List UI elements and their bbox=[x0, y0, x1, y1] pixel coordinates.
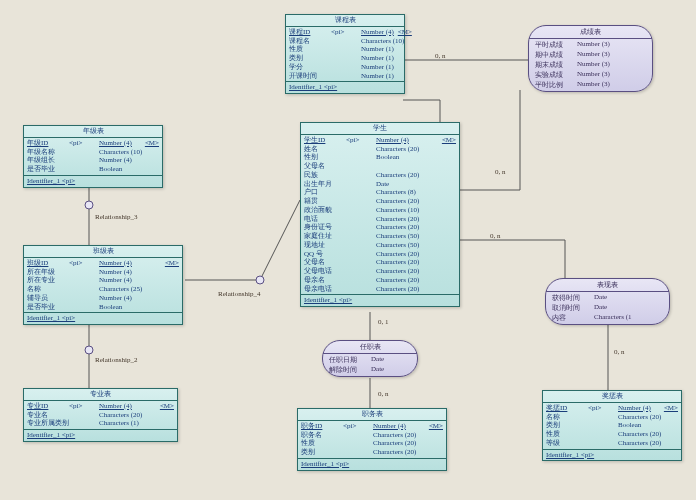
attribute-row: 平时成绩Number (3) bbox=[535, 40, 646, 50]
attribute-row: 母亲名Characters (20) bbox=[304, 276, 456, 285]
attribute-row: 性质Characters (20) bbox=[301, 439, 443, 448]
entity-duty: 职务表 职务ID<pi>Number (4)<M>职务名Characters (… bbox=[297, 408, 447, 471]
attribute-row: 类别Boolean bbox=[546, 421, 678, 430]
attribute-row: 类别Number (1) bbox=[289, 54, 401, 63]
relationship-3-label: Relationship_3 bbox=[95, 213, 137, 221]
entity-title: 专业表 bbox=[24, 389, 177, 401]
relationship-title: 表现表 bbox=[546, 279, 669, 292]
entity-title: 课程表 bbox=[286, 15, 404, 27]
svg-point-2 bbox=[85, 201, 93, 209]
attribute-row: 名称Characters (20) bbox=[546, 413, 678, 422]
attribute-row: 是否毕业Boolean bbox=[27, 165, 159, 174]
svg-point-5 bbox=[256, 276, 264, 284]
relationship-score: 成绩表 平时成绩Number (3)期中成绩Number (3)期末成绩Numb… bbox=[528, 25, 653, 92]
entity-course: 课程表 课程ID<pi>Number (4)<M>课程名Characters (… bbox=[285, 14, 405, 94]
entity-rows: 年级ID<pi>Number (4)<M>年级名称Characters (10)… bbox=[24, 138, 162, 175]
attribute-row: 取消时间Date bbox=[552, 303, 663, 313]
attribute-row: 出生年月Date bbox=[304, 180, 456, 189]
cardinality: 0, 1 bbox=[378, 318, 389, 326]
relationship-rows: 平时成绩Number (3)期中成绩Number (3)期末成绩Number (… bbox=[529, 39, 652, 91]
attribute-row: QQ 号Characters (20) bbox=[304, 250, 456, 259]
attribute-row: 父母电话Characters (20) bbox=[304, 267, 456, 276]
attribute-row: 课程名Characters (10) bbox=[289, 37, 401, 46]
attribute-row: 类别Characters (20) bbox=[301, 448, 443, 457]
attribute-row: 奖惩ID<pi>Number (4)<M> bbox=[546, 404, 678, 413]
attribute-row: 性质Number (1) bbox=[289, 45, 401, 54]
relationship-rows: 获得时间Date取消时间Date内容Characters (1 bbox=[546, 292, 669, 324]
entity-major: 专业表 专业ID<pi>Number (4)<M>专业名Characters (… bbox=[23, 388, 178, 442]
attribute-row: 等级Characters (20) bbox=[546, 439, 678, 448]
attribute-row: 性别Boolean bbox=[304, 153, 456, 162]
attribute-row: 父母名 bbox=[304, 162, 456, 171]
entity-title: 学生 bbox=[301, 123, 459, 135]
attribute-row: 学生ID<pi>Number (4)<M> bbox=[304, 136, 456, 145]
attribute-row: 学分Number (1) bbox=[289, 63, 401, 72]
attribute-row: 所在年级Number (4) bbox=[27, 268, 179, 277]
attribute-row: 期末成绩Number (3) bbox=[535, 60, 646, 70]
attribute-row: 期中成绩Number (3) bbox=[535, 50, 646, 60]
attribute-row: 专业ID<pi>Number (4)<M> bbox=[27, 402, 174, 411]
entity-rows: 学生ID<pi>Number (4)<M>姓名Characters (20)性别… bbox=[301, 135, 459, 295]
attribute-row: 辅导员Number (4) bbox=[27, 294, 179, 303]
relationship-title: 任职表 bbox=[323, 341, 417, 354]
entity-title: 年级表 bbox=[24, 126, 162, 138]
cardinality: 0, n bbox=[490, 232, 501, 240]
attribute-row: 任职日期Date bbox=[329, 355, 411, 365]
attribute-row: 内容Characters (1 bbox=[552, 313, 663, 323]
entity-title: 奖惩表 bbox=[543, 391, 681, 403]
attribute-row: 政治面貌Characters (10) bbox=[304, 206, 456, 215]
entity-rows: 专业ID<pi>Number (4)<M>专业名Characters (20)专… bbox=[24, 401, 177, 429]
entity-identifier: Identifier_1 <pi> bbox=[286, 81, 404, 93]
attribute-row: 职务ID<pi>Number (4)<M> bbox=[301, 422, 443, 431]
entity-identifier: Identifier_1 <pi> bbox=[24, 429, 177, 441]
attribute-row: 专业所属类别Characters (1) bbox=[27, 419, 174, 428]
attribute-row: 电话Characters (20) bbox=[304, 215, 456, 224]
attribute-row: 班级ID<pi>Number (4)<M> bbox=[27, 259, 179, 268]
attribute-row: 专业名Characters (20) bbox=[27, 411, 174, 420]
cardinality: 0, n bbox=[435, 52, 446, 60]
attribute-row: 家庭住址Characters (50) bbox=[304, 232, 456, 241]
entity-identifier: Identifier_1 <pi> bbox=[24, 175, 162, 187]
cardinality: 0, n bbox=[378, 390, 389, 398]
entity-identifier: Identifier_1 <pi> bbox=[543, 449, 681, 461]
attribute-row: 年级名称Characters (10) bbox=[27, 148, 159, 157]
attribute-row: 户口Characters (8) bbox=[304, 188, 456, 197]
entity-student: 学生 学生ID<pi>Number (4)<M>姓名Characters (20… bbox=[300, 122, 460, 307]
entity-class: 班级表 班级ID<pi>Number (4)<M>所在年级Number (4)所… bbox=[23, 245, 183, 325]
entity-identifier: Identifier_1 <pi> bbox=[298, 458, 446, 470]
relationship-title: 成绩表 bbox=[529, 26, 652, 39]
entity-identifier: Identifier_1 <pi> bbox=[24, 312, 182, 324]
entity-rows: 课程ID<pi>Number (4)<M>课程名Characters (10)性… bbox=[286, 27, 404, 82]
attribute-row: 年级ID<pi>Number (4)<M> bbox=[27, 139, 159, 148]
attribute-row: 平时比例Number (3) bbox=[535, 80, 646, 90]
cardinality: 0, n bbox=[614, 348, 625, 356]
entity-reward: 奖惩表 奖惩ID<pi>Number (4)<M>名称Characters (2… bbox=[542, 390, 682, 461]
attribute-row: 获得时间Date bbox=[552, 293, 663, 303]
attribute-row: 是否毕业Boolean bbox=[27, 303, 179, 312]
relationship-2-label: Relationship_2 bbox=[95, 356, 137, 364]
relationship-rows: 任职日期Date解除时间Date bbox=[323, 354, 417, 376]
entity-identifier: Identifier_1 <pi> bbox=[301, 294, 459, 306]
entity-rows: 班级ID<pi>Number (4)<M>所在年级Number (4)所在专业N… bbox=[24, 258, 182, 313]
entity-rows: 奖惩ID<pi>Number (4)<M>名称Characters (20)类别… bbox=[543, 403, 681, 449]
attribute-row: 开课时间Number (1) bbox=[289, 72, 401, 81]
entity-title: 班级表 bbox=[24, 246, 182, 258]
attribute-row: 身份证号Characters (20) bbox=[304, 223, 456, 232]
svg-point-4 bbox=[85, 346, 93, 354]
relationship-perform: 表现表 获得时间Date取消时间Date内容Characters (1 bbox=[545, 278, 670, 325]
relationship-4-label: Relationship_4 bbox=[218, 290, 260, 298]
cardinality: 0, n bbox=[495, 168, 506, 176]
attribute-row: 解除时间Date bbox=[329, 365, 411, 375]
attribute-row: 民族Characters (20) bbox=[304, 171, 456, 180]
attribute-row: 现地址Characters (50) bbox=[304, 241, 456, 250]
attribute-row: 姓名Characters (20) bbox=[304, 145, 456, 154]
attribute-row: 籍贯Characters (20) bbox=[304, 197, 456, 206]
attribute-row: 性质Characters (20) bbox=[546, 430, 678, 439]
attribute-row: 课程ID<pi>Number (4)<M> bbox=[289, 28, 401, 37]
entity-title: 职务表 bbox=[298, 409, 446, 421]
entity-grade: 年级表 年级ID<pi>Number (4)<M>年级名称Characters … bbox=[23, 125, 163, 188]
relationship-appoint: 任职表 任职日期Date解除时间Date bbox=[322, 340, 418, 377]
attribute-row: 母亲电话Characters (20) bbox=[304, 285, 456, 294]
attribute-row: 名称Characters (25) bbox=[27, 285, 179, 294]
attribute-row: 所在专业Number (4) bbox=[27, 276, 179, 285]
